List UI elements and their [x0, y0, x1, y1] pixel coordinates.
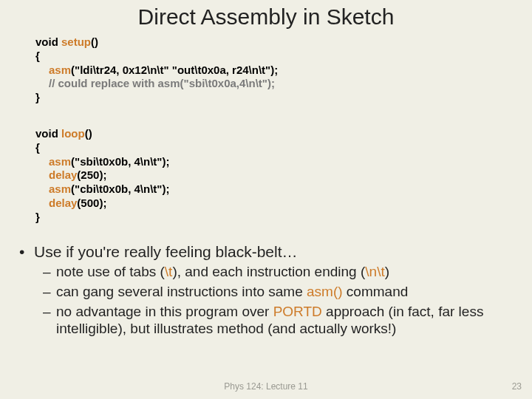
text: ): [385, 264, 389, 279]
text-accent: PORTD: [273, 304, 322, 319]
list-item: Use if you're really feeling black-belt…: [13, 242, 519, 261]
code-fn: asm: [49, 183, 71, 195]
code-comment: // could replace with asm("sbi\t0x0a,4\n…: [35, 77, 278, 91]
code-fn: setup: [61, 35, 91, 48]
code-line: asm("sbi\t0x0b, 4\n\t");: [35, 155, 169, 169]
code-setup-block: void setup() { asm("ldi\tr24, 0x12\n\t" …: [35, 35, 278, 105]
code-brace: }: [35, 211, 40, 223]
code-line: delay(500);: [35, 197, 169, 211]
code-brace: }: [35, 91, 40, 103]
list-item: note use of tabs (\t), and each instruct…: [13, 264, 519, 281]
code-text: (250);: [77, 168, 106, 181]
code-fn: asm: [49, 64, 71, 76]
text-accent: \t: [165, 264, 173, 279]
code-text: ("ldi\tr24, 0x12\n\t" "out\t0x0a, r24\n\…: [71, 64, 278, 76]
code-brace: {: [35, 141, 40, 154]
text-accent: \n\t: [365, 264, 384, 279]
list-item: can gang several instructions into same …: [13, 284, 519, 301]
text: ), and each instruction ending (: [172, 264, 365, 279]
text-accent: asm(): [307, 284, 343, 299]
code-text: ("sbi\t0x0b, 4\n\t");: [71, 155, 169, 168]
code-text: (): [91, 35, 98, 48]
code-fn: delay: [49, 197, 77, 209]
code-line: delay(250);: [35, 168, 169, 183]
text: can gang several instructions into same: [56, 284, 307, 299]
text: command: [343, 284, 409, 299]
text: no advantage in this program over: [56, 304, 273, 319]
text: note use of tabs (: [56, 264, 165, 279]
code-text: void: [35, 127, 61, 140]
code-text: void: [35, 35, 61, 48]
code-fn: delay: [49, 168, 77, 181]
code-text: (500);: [77, 197, 106, 209]
code-text: (): [85, 127, 92, 140]
code-text: ("cbi\t0x0b, 4\n\t");: [71, 183, 169, 195]
list-item: no advantage in this program over PORTD …: [13, 304, 519, 338]
code-line: asm("ldi\tr24, 0x12\n\t" "out\t0x0a, r24…: [35, 64, 278, 78]
footer-text: Phys 124: Lecture 11: [0, 381, 532, 392]
code-loop-block: void loop() { asm("sbi\t0x0b, 4\n\t"); d…: [35, 127, 169, 224]
code-fn: loop: [61, 127, 85, 140]
code-line: asm("cbi\t0x0b, 4\n\t");: [35, 183, 169, 197]
code-fn: asm: [49, 155, 71, 168]
slide-title: Direct Assembly in Sketch: [0, 4, 532, 30]
page-number: 23: [512, 381, 522, 392]
code-brace: {: [35, 50, 40, 62]
bullet-list: Use if you're really feeling black-belt……: [13, 242, 519, 337]
